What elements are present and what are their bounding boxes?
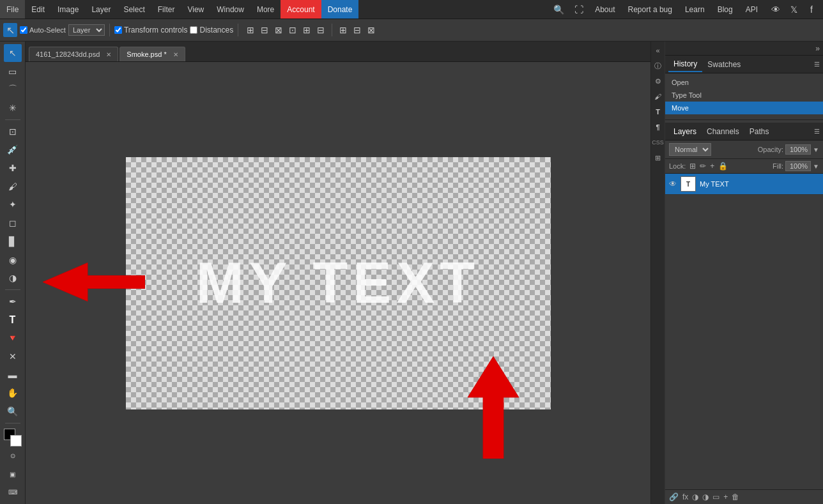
- eyedropper-tool[interactable]: 💉: [4, 141, 22, 159]
- channels-tab[interactable]: Channels: [702, 125, 744, 139]
- keyboard-icon[interactable]: ⌨: [4, 484, 22, 501]
- menu-select[interactable]: Select: [117, 0, 151, 19]
- menu-edit[interactable]: Edit: [25, 0, 51, 19]
- link-layers-icon[interactable]: 🔗: [669, 493, 679, 501]
- history-item-open[interactable]: Open: [665, 76, 823, 89]
- align-top-icon[interactable]: ⊡: [288, 24, 298, 36]
- align-bottom-icon[interactable]: ⊟: [316, 24, 326, 36]
- distribute-h-icon[interactable]: ⊞: [338, 24, 348, 36]
- lasso-tool[interactable]: ⌒: [4, 80, 22, 98]
- color-picker[interactable]: [4, 429, 22, 447]
- opacity-value[interactable]: 100%: [785, 144, 811, 155]
- tab-first-close[interactable]: ✕: [106, 51, 111, 58]
- layer-item-mytext[interactable]: 👁 T My TEXT: [665, 174, 823, 195]
- menu-blog[interactable]: Blog: [711, 0, 739, 19]
- fill-value[interactable]: 100%: [785, 161, 811, 171]
- delete-layer-icon[interactable]: 🗑: [732, 493, 739, 501]
- layer-visibility-icon[interactable]: 👁: [669, 179, 677, 188]
- layers-tab[interactable]: Layers: [668, 125, 702, 139]
- heal-tool[interactable]: ✚: [4, 159, 22, 177]
- history-item-move[interactable]: Move: [665, 102, 823, 114]
- auto-align-icon[interactable]: ⊠: [366, 24, 376, 36]
- align-middle-icon[interactable]: ⊞: [302, 24, 312, 36]
- distances-checkbox[interactable]: [190, 26, 197, 34]
- panel-brush-icon[interactable]: 🖌: [652, 90, 665, 103]
- menu-account[interactable]: Account: [281, 0, 321, 19]
- tab-first-file[interactable]: 4161_128243dd.psd ✕: [29, 47, 118, 61]
- transform-controls-check[interactable]: Transform controls: [114, 26, 188, 34]
- new-group-icon[interactable]: ▭: [712, 493, 719, 501]
- panel-type-icon[interactable]: T: [652, 105, 665, 118]
- menu-filter[interactable]: Filter: [151, 0, 181, 19]
- menu-api[interactable]: API: [739, 0, 764, 19]
- stamp-tool[interactable]: ✦: [4, 196, 22, 214]
- magic-wand-tool[interactable]: ✳: [4, 99, 22, 117]
- menu-donate[interactable]: Donate: [321, 0, 359, 19]
- panel-layers-icon[interactable]: ⊞: [652, 151, 665, 164]
- layers-panel-menu[interactable]: ☰: [814, 128, 820, 135]
- auto-select-checkbox[interactable]: [20, 26, 27, 34]
- menu-file[interactable]: File: [0, 0, 25, 19]
- panel-collapse-icon[interactable]: «: [652, 44, 665, 57]
- layer-effects-icon[interactable]: fx: [682, 493, 688, 501]
- opacity-dropdown-icon[interactable]: ▼: [813, 146, 819, 153]
- tab-smoke-close[interactable]: ✕: [173, 51, 178, 58]
- panel-expand-icon[interactable]: »: [815, 44, 820, 53]
- menu-more[interactable]: More: [250, 0, 281, 19]
- canvas-viewport[interactable]: MY TEXT: [26, 62, 650, 504]
- menu-window[interactable]: Window: [210, 0, 250, 19]
- dodge-tool[interactable]: ◑: [4, 269, 22, 287]
- new-layer-icon[interactable]: +: [723, 493, 728, 501]
- paths-tab[interactable]: Paths: [744, 125, 774, 139]
- auto-select-check[interactable]: Auto-Select: [20, 26, 66, 34]
- align-left-icon[interactable]: ⊞: [245, 24, 256, 36]
- panel-css-icon[interactable]: CSS: [652, 136, 665, 149]
- eyedropper-tool-2[interactable]: 🔻: [4, 330, 22, 347]
- background-color[interactable]: [10, 435, 22, 447]
- twitter-icon[interactable]: 𝕏: [787, 3, 800, 16]
- blend-mode-select[interactable]: Normal: [669, 143, 711, 156]
- distances-check[interactable]: Distances: [190, 26, 233, 34]
- quick-mask-icon[interactable]: ⊙: [4, 447, 22, 465]
- history-tab[interactable]: History: [668, 57, 702, 72]
- marquee-tool[interactable]: ▭: [4, 63, 22, 80]
- shape-tool[interactable]: ▬: [4, 366, 22, 384]
- select-tool[interactable]: ↖: [4, 44, 22, 62]
- hand-tool[interactable]: ✋: [4, 385, 22, 402]
- fullscreen-icon[interactable]: ⛶: [569, 4, 588, 15]
- tab-smoke-psd[interactable]: Smoke.psd * ✕: [119, 47, 185, 61]
- reddit-icon[interactable]: 👁: [769, 3, 782, 16]
- panel-info-icon[interactable]: ⓘ: [652, 59, 665, 72]
- menu-learn[interactable]: Learn: [679, 0, 711, 19]
- type-tool[interactable]: T: [4, 311, 22, 329]
- brush-tool[interactable]: 🖌: [4, 178, 22, 195]
- blur-tool[interactable]: ◉: [4, 251, 22, 269]
- history-item-type[interactable]: Type Tool: [665, 89, 823, 102]
- facebook-icon[interactable]: f: [805, 3, 818, 16]
- lock-all-icon[interactable]: +: [710, 162, 714, 171]
- fill-dropdown-icon[interactable]: ▼: [813, 163, 819, 170]
- align-right-icon[interactable]: ⊠: [273, 24, 284, 36]
- lock-artboards-icon[interactable]: 🔒: [718, 162, 728, 171]
- menu-image[interactable]: Image: [51, 0, 85, 19]
- search-icon[interactable]: 🔍: [548, 4, 569, 15]
- menu-layer[interactable]: Layer: [85, 0, 117, 19]
- distribute-v-icon[interactable]: ⊟: [352, 24, 362, 36]
- layer-mask-icon[interactable]: ◑: [692, 493, 698, 501]
- menu-view[interactable]: View: [181, 0, 210, 19]
- transform-controls-checkbox[interactable]: [114, 26, 122, 34]
- adjustment-layer-icon[interactable]: ◑: [702, 493, 709, 501]
- gradient-tool[interactable]: ▊: [4, 233, 22, 250]
- pen-tool[interactable]: ✒: [4, 293, 22, 310]
- lock-pixels-icon[interactable]: ⊞: [689, 162, 696, 171]
- zoom-tool[interactable]: 🔍: [4, 402, 22, 420]
- layer-select[interactable]: Layer Group: [68, 24, 105, 36]
- history-panel-menu[interactable]: ☰: [814, 61, 820, 68]
- menu-about[interactable]: About: [588, 0, 621, 19]
- align-center-icon[interactable]: ⊟: [259, 24, 270, 36]
- lock-position-icon[interactable]: ✏: [700, 162, 706, 171]
- swatches-tab[interactable]: Swatches: [702, 57, 746, 72]
- eraser-tool[interactable]: ◻: [4, 214, 22, 232]
- crop-tool[interactable]: ⊡: [4, 123, 22, 141]
- panel-para-icon[interactable]: ¶: [652, 121, 665, 134]
